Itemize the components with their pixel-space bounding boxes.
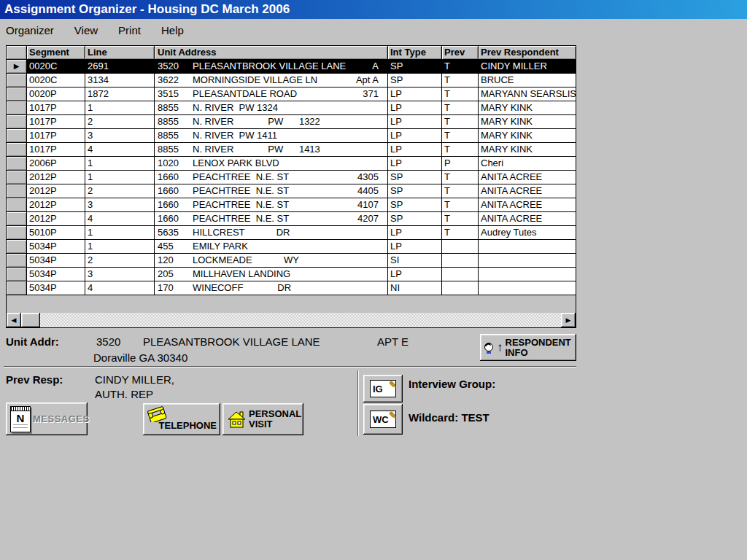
table-row[interactable]: 5034P1455EMILY PARKLP	[7, 240, 576, 254]
header-row-selector	[7, 46, 27, 59]
table-row[interactable]: 5034P2120LOCKMEADE WYSI	[7, 254, 576, 268]
row-selector[interactable]	[7, 184, 27, 198]
cell-int-type: LP	[388, 143, 442, 156]
header-unit-address: Unit Address	[155, 46, 388, 59]
table-row[interactable]: 2012P11660PEACHTREE N.E. ST4305SPTANITA …	[7, 171, 576, 184]
row-selector[interactable]	[7, 129, 27, 142]
row-selector[interactable]	[7, 212, 27, 225]
cell-unit-address: 1660PEACHTREE N.E. ST4107	[155, 198, 388, 211]
row-selector[interactable]	[7, 254, 27, 267]
address-unit: 371	[363, 88, 387, 101]
table-row[interactable]: 0020C31343622MORNINGSIDE VILLAGE LNApt A…	[7, 74, 576, 88]
personal-visit-button[interactable]: PERSONAL VISIT	[222, 403, 303, 435]
person-icon	[484, 341, 495, 354]
cell-prev: T	[442, 115, 479, 128]
messages-button[interactable]: N MESSAGES	[6, 402, 88, 435]
cell-prev-respondent: CINDY MILLER	[479, 60, 576, 73]
cell-int-type: LP	[388, 115, 442, 128]
row-selector[interactable]	[7, 240, 27, 253]
address-street: WINECOFF DR	[193, 281, 379, 295]
scroll-thumb[interactable]	[21, 313, 40, 327]
unit-addr-street: PLEASANTBROOK VILLAGE LANE	[143, 335, 320, 348]
cell-int-type: SP	[388, 171, 442, 184]
menu-print[interactable]: Print	[111, 21, 148, 39]
row-selector[interactable]	[7, 171, 27, 184]
cell-prev: T	[442, 60, 479, 73]
wildcard-button[interactable]: WC ✎	[363, 404, 403, 435]
cell-segment: 2012P	[27, 212, 85, 225]
address-number: 3622	[155, 74, 193, 87]
address-number: 455	[155, 240, 193, 253]
pencil-icon: ✎	[389, 379, 397, 390]
interview-group-button[interactable]: IG ✎	[363, 375, 403, 402]
table-row[interactable]: 5034P3205MILLHAVEN LANDINGLP	[7, 268, 576, 281]
wildcard-label: Wildcard: TEST	[409, 411, 489, 424]
row-selector[interactable]	[7, 74, 27, 87]
cell-prev-respondent: ANITA ACREE	[479, 198, 576, 211]
unit-addr-city: Doraville GA 30340	[93, 351, 187, 364]
cell-line: 4	[85, 143, 155, 156]
row-selector[interactable]	[7, 268, 27, 281]
table-row[interactable]: ▶0020C26913520PLEASANTBROOK VILLAGE LANE…	[7, 60, 576, 74]
cell-segment: 5010P	[27, 226, 85, 239]
cell-prev: T	[442, 74, 479, 87]
address-street: N. RIVER PW 1413	[193, 143, 379, 156]
menu-help[interactable]: Help	[154, 21, 191, 39]
cell-segment: 2012P	[27, 198, 85, 211]
cell-int-type: LP	[388, 240, 442, 253]
scroll-right-button[interactable]: ▶	[561, 313, 576, 327]
row-selector[interactable]: ▶	[7, 60, 27, 73]
scroll-left-button[interactable]: ◀	[7, 313, 21, 327]
row-selector[interactable]	[7, 88, 27, 101]
cell-line: 4	[85, 212, 155, 225]
telephone-button[interactable]: TELEPHONE	[143, 403, 220, 435]
row-selector[interactable]	[7, 157, 27, 170]
cell-line: 1	[85, 171, 155, 184]
cell-segment: 1017P	[27, 129, 85, 142]
row-selector[interactable]	[7, 143, 27, 156]
cell-segment: 5034P	[27, 240, 85, 253]
cell-line: 2	[85, 115, 155, 128]
table-row[interactable]: 2012P21660PEACHTREE N.E. ST4405SPTANITA …	[7, 184, 576, 198]
table-row[interactable]: 1017P18855N. RIVER PW 1324LPTMARY KINK	[7, 101, 576, 115]
cell-prev: T	[442, 226, 479, 239]
cell-segment: 5034P	[27, 281, 85, 295]
address-number: 120	[155, 254, 193, 267]
cell-prev: T	[442, 212, 479, 225]
unit-addr-number: 3520	[96, 335, 120, 348]
address-unit	[379, 129, 387, 142]
table-row[interactable]: 1017P28855N. RIVER PW 1322LPTMARY KINK	[7, 115, 576, 129]
table-row[interactable]: 1017P38855N. RIVER PW 1411LPTMARY KINK	[7, 129, 576, 143]
address-number: 8855	[155, 101, 193, 114]
cell-segment: 0020P	[27, 88, 85, 101]
address-street: PEACHTREE N.E. ST	[193, 184, 357, 198]
table-row[interactable]: 1017P48855N. RIVER PW 1413LPTMARY KINK	[7, 143, 576, 157]
cell-int-type: SP	[388, 184, 442, 198]
cell-int-type: SI	[388, 254, 442, 267]
row-selector[interactable]	[7, 281, 27, 295]
address-unit	[379, 143, 387, 156]
row-selector[interactable]	[7, 115, 27, 128]
address-number: 8855	[155, 115, 193, 128]
address-street: PEACHTREE N.E. ST	[193, 198, 357, 211]
address-number: 205	[155, 268, 193, 281]
scroll-track[interactable]	[40, 313, 561, 327]
row-selector[interactable]	[7, 226, 27, 239]
address-street: LOCKMEADE WY	[193, 254, 379, 267]
cell-int-type: NI	[388, 281, 442, 295]
cell-unit-address: 8855N. RIVER PW 1324	[155, 101, 388, 114]
table-row[interactable]: 2012P31660PEACHTREE N.E. ST4107SPTANITA …	[7, 198, 576, 212]
row-selector[interactable]	[7, 101, 27, 114]
cell-segment: 1017P	[27, 143, 85, 156]
menu-view[interactable]: View	[67, 21, 105, 39]
table-row[interactable]: 0020P18723515PLEASANTDALE ROAD371LPTMARY…	[7, 88, 576, 101]
table-row[interactable]: 5010P15635HILLCREST DRLPTAudrey Tutes	[7, 226, 576, 240]
cell-int-type: SP	[388, 198, 442, 211]
table-row[interactable]: 2006P11020LENOX PARK BLVDLPPCheri	[7, 157, 576, 171]
address-unit: 4305	[357, 171, 387, 184]
respondent-info-button[interactable]: ↑ RESPONDENT INFO	[480, 334, 576, 361]
table-row[interactable]: 2012P41660PEACHTREE N.E. ST4207SPTANITA …	[7, 212, 576, 226]
menu-organizer[interactable]: Organizer	[0, 21, 61, 39]
table-row[interactable]: 5034P4170WINECOFF DRNI	[7, 281, 576, 295]
row-selector[interactable]	[7, 198, 27, 211]
